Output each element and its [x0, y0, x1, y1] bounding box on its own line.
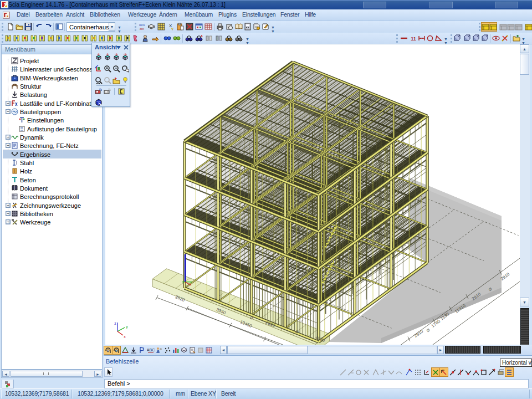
svg-text:cm: cm: [140, 27, 144, 30]
svg-text:y: y: [171, 26, 173, 30]
svg-text:2910: 2910: [413, 329, 424, 339]
svg-text:Ø: Ø: [426, 328, 431, 332]
svg-text:y: y: [126, 325, 128, 329]
svg-text:ABC: ABC: [147, 348, 155, 352]
svg-text:x: x: [124, 335, 126, 339]
svg-text:11: 11: [411, 36, 416, 42]
svg-text:mm: mm: [139, 23, 145, 27]
svg-text:z: z: [114, 321, 116, 325]
